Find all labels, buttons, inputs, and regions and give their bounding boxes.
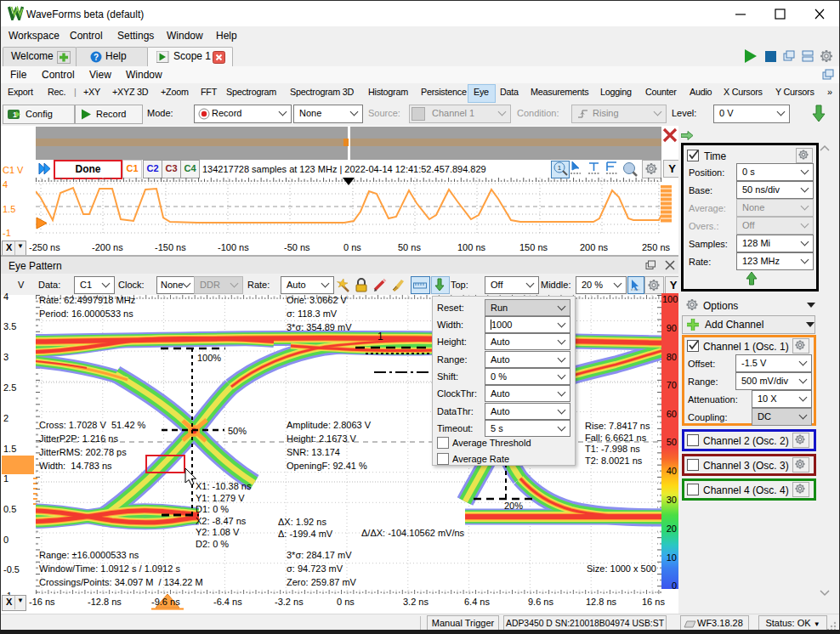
svg-text:?: ?: [94, 53, 99, 62]
svg-text:100%: 100%: [197, 353, 221, 363]
svg-text:1: 1: [558, 164, 562, 172]
svg-text:1: 1: [377, 331, 383, 342]
svg-text:20%: 20%: [504, 501, 523, 511]
svg-text:50%: 50%: [228, 426, 247, 436]
